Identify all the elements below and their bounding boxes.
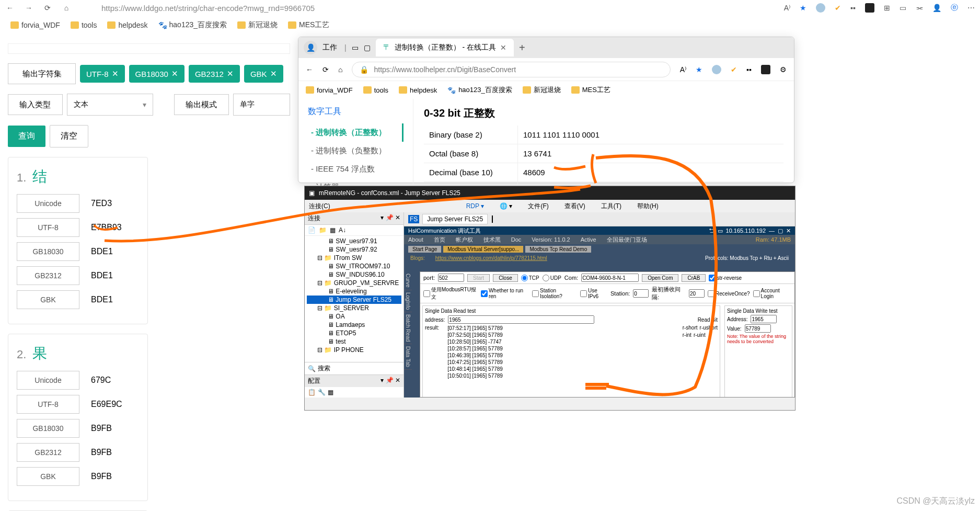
- tree-node[interactable]: ⊟ 📁 GRUOP_VM_SERVRE: [307, 279, 401, 287]
- side-tab[interactable]: LogInfo: [404, 290, 412, 312]
- ext-icon-2[interactable]: ✔: [835, 4, 841, 12]
- simloop-input[interactable]: [689, 289, 705, 298]
- back-icon[interactable]: ←: [306, 65, 313, 74]
- com-input[interactable]: [581, 274, 639, 282]
- bookmark-item[interactable]: 新冠退烧: [523, 85, 561, 95]
- start-button[interactable]: Start: [467, 274, 490, 282]
- menu-icon[interactable]: ⋯: [967, 4, 975, 12]
- bookmark-item[interactable]: tools: [363, 86, 388, 94]
- ext-icon-4[interactable]: [761, 65, 770, 74]
- charset-tag[interactable]: UTF-8✕: [80, 65, 125, 83]
- new-folder-icon[interactable]: 📁: [319, 226, 327, 234]
- tree-node[interactable]: ⊟ 📁 IP PHONE: [307, 346, 401, 354]
- globe-dropdown[interactable]: 🌐 ▾: [500, 202, 512, 210]
- menu-item[interactable]: 连接(C): [309, 202, 330, 211]
- tree-node[interactable]: 🖥 test: [307, 337, 401, 346]
- tree-search[interactable]: 🔍 搜索: [305, 362, 403, 374]
- close-icon[interactable]: ✕: [270, 69, 277, 78]
- profile-icon[interactable]: 👤: [932, 4, 941, 12]
- input-type-select[interactable]: 文本▾: [67, 94, 153, 116]
- row-value[interactable]: 13 6741: [518, 144, 783, 163]
- side-tab[interactable]: Curve: [404, 271, 412, 290]
- new-conn-icon[interactable]: 📄: [308, 226, 316, 234]
- bookmark-item[interactable]: 🐾hao123_百度搜索: [158, 20, 227, 30]
- tree-node[interactable]: 🖥 Lamdaeps: [307, 321, 401, 329]
- encoding-button[interactable]: GBK: [17, 290, 79, 309]
- input-area[interactable]: [8, 43, 290, 54]
- ext-icon-2[interactable]: ✔: [731, 65, 737, 74]
- r-uint-button[interactable]: r-uint: [694, 332, 706, 338]
- address-bar[interactable]: https://www.lddgo.net/string/char-encode…: [80, 4, 775, 13]
- browser-tab[interactable]: 〒 进制转换（正整数） - 在线工具 ✕: [376, 39, 514, 56]
- sort-icon[interactable]: A↓: [339, 226, 346, 234]
- tcp-radio[interactable]: TCP: [521, 275, 539, 281]
- tab-item[interactable]: 首页: [434, 236, 445, 244]
- encoding-button[interactable]: GB2312: [17, 266, 79, 285]
- read-bit-button[interactable]: Read Bit: [698, 317, 718, 323]
- tab-item[interactable]: About: [408, 236, 423, 243]
- tree-node[interactable]: 🖥 OA: [307, 312, 401, 321]
- encoding-button[interactable]: GB18030: [17, 419, 79, 438]
- ie-icon[interactable]: ⓔ: [951, 3, 958, 13]
- read-aloud-icon[interactable]: A⁾: [784, 4, 790, 12]
- tab-item[interactable]: 全国最便门亚场: [607, 236, 647, 244]
- clear-button[interactable]: 清空: [50, 125, 88, 147]
- window-controls[interactable]: ⮌▭10.165.110.192—▢✕: [709, 228, 791, 234]
- udp-radio[interactable]: UDP: [543, 275, 561, 281]
- tree-node[interactable]: 🖥 ETOP5: [307, 329, 401, 337]
- bookmark-item[interactable]: helpdesk: [399, 86, 437, 94]
- ext-icon-3[interactable]: ▪▪: [850, 4, 856, 12]
- tab-item[interactable]: 帐户权: [456, 236, 473, 244]
- bookmark-item[interactable]: MES工艺: [571, 85, 610, 95]
- query-button[interactable]: 查询: [8, 126, 45, 147]
- tb-icon[interactable]: 📋: [308, 389, 316, 396]
- tab-item[interactable]: Doc: [511, 236, 522, 243]
- extensions-icon[interactable]: ⊞: [884, 4, 890, 12]
- menu-item[interactable]: 帮助(H): [637, 202, 659, 211]
- doc-tab[interactable]: Start Page: [408, 246, 441, 253]
- tree-node[interactable]: 🖥 Jump Server FLS25: [307, 296, 401, 304]
- url-input[interactable]: 🔒https://www.toolhelper.cn/Digit/BaseCon…: [352, 62, 670, 77]
- account-login-check[interactable]: Account Login: [753, 288, 791, 299]
- bookmark-item[interactable]: 新冠退烧: [237, 20, 278, 30]
- doc-tab[interactable]: Modbus Tcp Read Demo: [525, 246, 591, 253]
- tab-actions-icon[interactable]: ▢: [364, 43, 371, 52]
- encoding-button[interactable]: Unicode: [17, 194, 79, 213]
- tree-node[interactable]: 🖥 SW_uesr97.92: [307, 245, 401, 254]
- forward-icon[interactable]: →: [24, 3, 33, 13]
- encoding-button[interactable]: UTF-8: [17, 395, 79, 414]
- workspaces-icon[interactable]: ▭: [352, 43, 359, 52]
- crab-button[interactable]: CrAB: [682, 274, 706, 282]
- tree-node[interactable]: 🖥 SW_INDUS96.10: [307, 270, 401, 279]
- w-addr-input[interactable]: [751, 315, 777, 323]
- bookmark-item[interactable]: forvia_WDF: [306, 86, 353, 94]
- bookmark-item[interactable]: MES工艺: [288, 20, 329, 30]
- open-com-button[interactable]: Open Com: [642, 274, 678, 282]
- close-button[interactable]: Close: [493, 274, 518, 282]
- tab-item[interactable]: 技术黑: [483, 236, 501, 244]
- station-iso-check[interactable]: Station Isolation?: [532, 288, 577, 299]
- menu-item[interactable]: 工具(T): [601, 202, 621, 211]
- row-value[interactable]: 48609: [518, 163, 783, 181]
- r-int-button[interactable]: r-int: [683, 332, 691, 338]
- sidebar-item[interactable]: - 进制转换（负整数）: [308, 142, 403, 160]
- tree-node[interactable]: 🖥 E-eleveling: [307, 287, 401, 296]
- tree-node[interactable]: 🖥 SW_uesr97.91: [307, 237, 401, 245]
- row-value[interactable]: 1011 1101 1110 0001: [518, 126, 783, 144]
- menu-item[interactable]: 文件(F): [528, 202, 548, 211]
- tab-item[interactable]: Active: [581, 236, 596, 243]
- tb-icon[interactable]: ▦: [328, 389, 333, 396]
- bookmark-item[interactable]: forvia_WDF: [10, 21, 60, 29]
- r-ushort-button[interactable]: r-ushort: [700, 325, 718, 331]
- read-aloud-icon[interactable]: A⁾: [680, 65, 686, 74]
- collections-icon[interactable]: ▭: [900, 4, 906, 12]
- ext-icon[interactable]: [712, 65, 721, 74]
- pin-icon[interactable]: ▾ 📌 ✕: [381, 377, 400, 385]
- close-icon[interactable]: ✕: [112, 69, 119, 78]
- ipv6-check[interactable]: Use IPv6: [580, 288, 607, 299]
- connection-tree[interactable]: 🖥 SW_uesr97.91🖥 SW_uesr97.92⊟ 📁 ITrom SW…: [305, 236, 403, 362]
- sidebar-item[interactable]: - IEEE 754 浮点数: [308, 160, 403, 178]
- close-icon[interactable]: ✕: [500, 43, 506, 52]
- whether-run-check[interactable]: Whether to run ren: [481, 288, 529, 299]
- bookmark-item[interactable]: tools: [71, 21, 97, 29]
